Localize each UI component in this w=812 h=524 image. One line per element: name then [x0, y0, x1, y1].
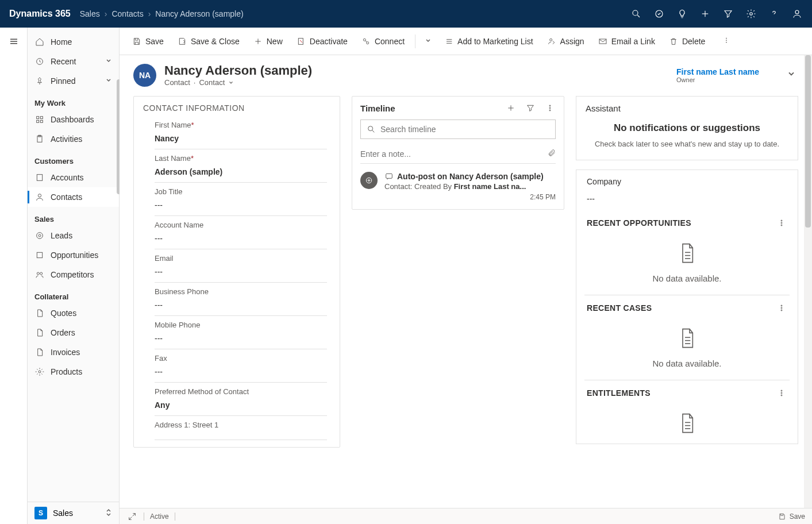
topbar-actions	[630, 8, 803, 20]
filter-icon[interactable]	[722, 8, 734, 20]
field-fax[interactable]: Fax ---	[155, 349, 327, 383]
sidebar-item-quotes[interactable]: Quotes	[28, 303, 119, 323]
task-icon[interactable]	[653, 8, 665, 20]
document-icon	[677, 242, 698, 265]
chevron-right-icon: ›	[105, 9, 107, 18]
sidebar-item-accounts[interactable]: Accounts	[28, 168, 119, 187]
field-label: First Name*	[155, 121, 327, 129]
expand-icon[interactable]	[126, 511, 138, 522]
svg-rect-14	[40, 120, 43, 122]
status-active[interactable]: Active	[150, 513, 169, 521]
content-scrollbar[interactable]	[804, 55, 812, 508]
app-brand[interactable]: Dynamics 365	[9, 9, 71, 19]
chevron-down-icon[interactable]	[228, 80, 234, 86]
sidebar-item-pinned[interactable]: Pinned	[28, 71, 119, 91]
svg-rect-13	[37, 120, 39, 122]
sidebar-item-label: Quotes	[51, 309, 76, 318]
plus-icon	[253, 37, 263, 46]
sidebar-item-label: Products	[51, 367, 82, 376]
owner-field[interactable]: First name Last name Owner	[676, 67, 776, 83]
lightbulb-icon[interactable]	[676, 8, 688, 20]
more-commands-icon[interactable]	[718, 33, 735, 49]
timeline-card: Timeline	[352, 96, 564, 210]
recent-opportunities-header[interactable]: RECENT OPPORTUNITIES	[584, 210, 790, 234]
field-label: Fax	[155, 354, 327, 363]
connect-dropdown[interactable]	[420, 33, 436, 49]
field-mobile-phone[interactable]: Mobile Phone ---	[155, 316, 327, 349]
recent-cases-header[interactable]: RECENT CASES	[584, 295, 790, 319]
assign-button[interactable]: Assign	[541, 33, 590, 49]
breadcrumb-item[interactable]: Nancy Aderson (sample)	[155, 9, 243, 18]
timeline-item[interactable]: Auto-post on Nancy Aderson (sample) Cont…	[352, 166, 564, 209]
gear-icon[interactable]	[745, 8, 757, 20]
more-icon[interactable]	[776, 217, 787, 229]
email-link-button[interactable]: Email a Link	[592, 33, 661, 49]
field-job-title[interactable]: Job Title ---	[155, 183, 327, 216]
save-icon	[778, 513, 786, 521]
field-account-name[interactable]: Account Name ---	[155, 216, 327, 249]
breadcrumb-item[interactable]: Sales	[80, 9, 100, 18]
field-first-name[interactable]: First Name* Nancy	[155, 116, 327, 149]
hamburger-column	[0, 28, 28, 524]
search-icon[interactable]	[630, 8, 642, 20]
timeline-search[interactable]	[360, 120, 556, 139]
header-expand-icon[interactable]	[784, 67, 798, 83]
timeline-search-input[interactable]	[380, 125, 549, 134]
save-button[interactable]: Save	[126, 33, 170, 49]
field-last-name[interactable]: Last Name* Aderson (sample)	[155, 149, 327, 183]
record-header: NA Nancy Aderson (sample) Contact · Cont…	[120, 55, 812, 91]
sidebar-item-dashboards[interactable]: Dashboards	[28, 110, 119, 129]
sidebar-item-invoices[interactable]: Invoices	[28, 342, 119, 362]
search-icon	[367, 125, 376, 134]
paperclip-icon[interactable]	[548, 148, 556, 160]
deactivate-button[interactable]: Deactivate	[291, 33, 353, 49]
field-address-1-street-1[interactable]: Address 1: Street 1	[155, 416, 327, 440]
target-icon	[34, 230, 45, 241]
company-label: Company	[587, 177, 787, 186]
sidebar-item-leads[interactable]: Leads	[28, 226, 119, 245]
new-button[interactable]: New	[248, 33, 288, 49]
sidebar-item-activities[interactable]: Activities	[28, 129, 119, 149]
doc-icon	[34, 308, 45, 318]
sidebar-item-competitors[interactable]: Competitors	[28, 265, 119, 284]
field-email[interactable]: Email ---	[155, 249, 327, 283]
entitlements-header[interactable]: ENTITLEMENTS	[584, 380, 790, 404]
sidebar-item-recent[interactable]: Recent	[28, 52, 119, 71]
sidebar-item-home[interactable]: Home	[28, 32, 119, 52]
sidebar-item-label: Contacts	[51, 192, 82, 202]
help-icon[interactable]	[768, 8, 780, 20]
chevron-down-icon	[105, 57, 112, 66]
timeline-filter-icon[interactable]	[525, 102, 536, 114]
field-label: Account Name	[155, 221, 327, 229]
status-save-button[interactable]: Save	[778, 513, 805, 521]
sidebar-item-orders[interactable]: Orders	[28, 323, 119, 342]
sidebar-group: Sales	[28, 207, 119, 226]
field-business-phone[interactable]: Business Phone ---	[155, 283, 327, 316]
company-field[interactable]: Company ---	[576, 170, 798, 210]
svg-point-60	[781, 310, 782, 311]
person-icon[interactable]	[791, 8, 803, 20]
hamburger-icon[interactable]	[7, 34, 21, 48]
plus-icon[interactable]	[699, 8, 711, 20]
sidebar-item-opportunities[interactable]: Opportunities	[28, 245, 119, 265]
home-icon	[34, 37, 45, 47]
sidebar-item-contacts[interactable]: Contacts	[28, 187, 119, 207]
sidebar-item-products[interactable]: Products	[28, 362, 119, 382]
field-preferred-method-of-contact[interactable]: Preferred Method of Contact Any	[155, 383, 327, 416]
note-input[interactable]	[360, 149, 548, 159]
no-data: No data available.	[584, 234, 790, 295]
assistant-empty-title: No notifications or suggestions	[586, 122, 788, 134]
timeline-add-icon[interactable]	[505, 102, 517, 114]
delete-button[interactable]: Delete	[663, 33, 711, 49]
breadcrumb-item[interactable]: Contacts	[111, 9, 143, 18]
no-data	[584, 404, 790, 444]
app-switcher[interactable]: S Sales	[28, 502, 119, 524]
svg-line-49	[372, 130, 374, 132]
timeline-note[interactable]	[360, 145, 556, 164]
connect-button[interactable]: Connect	[356, 33, 410, 49]
add-marketing-button[interactable]: Add to Marketing List	[438, 33, 539, 49]
save-close-button[interactable]: Save & Close	[172, 33, 245, 49]
timeline-more-icon[interactable]	[544, 102, 556, 114]
more-icon[interactable]	[776, 387, 787, 399]
more-icon[interactable]	[776, 302, 787, 314]
